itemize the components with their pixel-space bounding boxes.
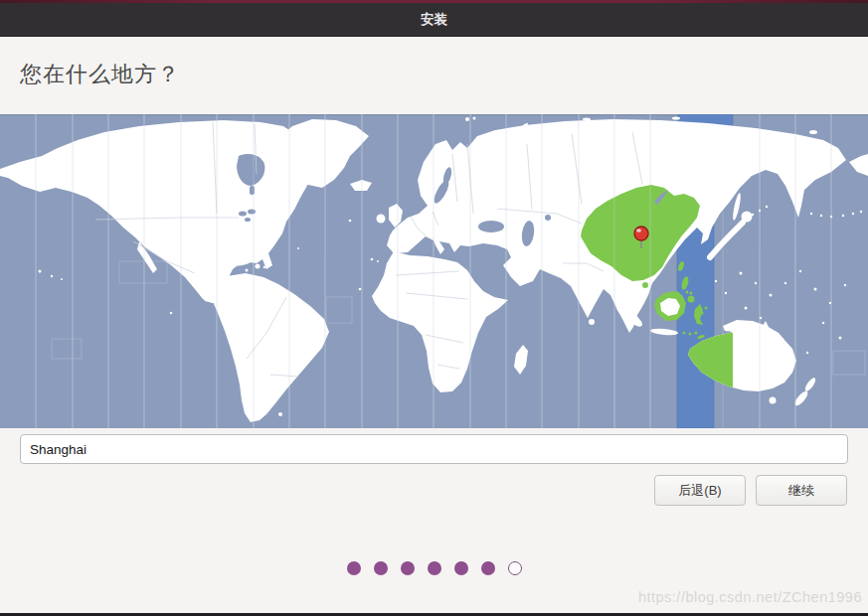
continue-button[interactable]: 继续 xyxy=(756,475,847,506)
progress-dot-filled xyxy=(454,561,468,575)
action-buttons: 后退(B) 继续 xyxy=(654,475,847,506)
watermark: https://blog.csdn.net/ZChen1996 xyxy=(638,589,862,605)
progress-dot-filled xyxy=(481,561,495,575)
progress-dots xyxy=(0,561,868,575)
installer-window: 安装 您在什么地方？ xyxy=(0,0,868,616)
window-title: 安装 xyxy=(421,11,447,29)
progress-dot-filled xyxy=(401,561,415,575)
timezone-map[interactable] xyxy=(0,114,868,428)
progress-dot-filled xyxy=(347,561,361,575)
progress-dot-empty xyxy=(508,561,522,575)
location-input[interactable] xyxy=(20,434,848,464)
titlebar[interactable]: 安装 xyxy=(0,3,868,37)
progress-dot-filled xyxy=(374,561,388,575)
back-button[interactable]: 后退(B) xyxy=(654,475,746,506)
page-title: 您在什么地方？ xyxy=(20,60,180,89)
progress-dot-filled xyxy=(428,561,441,575)
